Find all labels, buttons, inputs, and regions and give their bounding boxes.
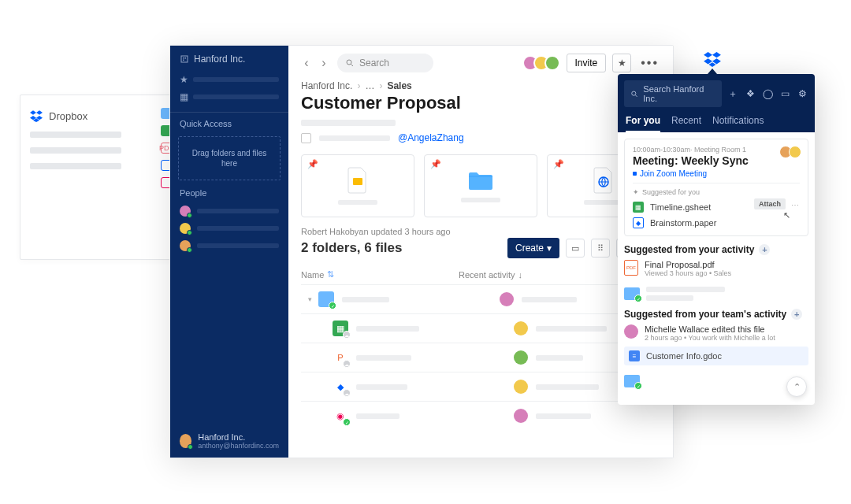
- tab-notifications[interactable]: Notifications: [712, 115, 764, 132]
- nav-back-button[interactable]: ‹: [299, 56, 314, 70]
- mention-link[interactable]: @AngelaZhang: [398, 132, 464, 143]
- svg-rect-3: [183, 60, 184, 61]
- avatar: [500, 292, 514, 306]
- globe-icon[interactable]: ◯: [761, 88, 774, 99]
- attach-button[interactable]: Attach: [754, 198, 786, 209]
- grid-icon: ▦: [180, 91, 188, 102]
- chevron-down-icon: ▾: [547, 243, 552, 254]
- tab-for-you[interactable]: For you: [626, 115, 660, 132]
- bg-sidebar-label: Dropbox: [49, 110, 87, 122]
- file-name: Final Proposal.pdf: [645, 260, 731, 269]
- folder-item[interactable]: ✓: [624, 282, 808, 306]
- settings-icon[interactable]: ⚙: [796, 88, 808, 99]
- panel-search-input[interactable]: Search Hanford Inc.: [624, 80, 722, 107]
- table-row[interactable]: P☁: [301, 343, 660, 372]
- people-item[interactable]: [170, 202, 288, 220]
- search-icon: [630, 90, 638, 98]
- sidebar-brand[interactable]: Hanford Inc.: [170, 46, 288, 71]
- avatar: [514, 350, 528, 365]
- folder-icon: ✓: [318, 291, 334, 307]
- people-item[interactable]: [170, 220, 288, 237]
- svg-rect-0: [181, 56, 188, 62]
- sidebar-grid[interactable]: ▦: [170, 88, 288, 106]
- suggested-file[interactable]: ▦ Timeline.gsheet Attach ⋯ ↖: [633, 199, 800, 215]
- activity-text: Michelle Wallace edited this file: [645, 324, 775, 334]
- sparkle-icon: ✦: [633, 188, 639, 196]
- svg-rect-1: [183, 57, 184, 59]
- scroll-up-button[interactable]: ⌃: [786, 376, 807, 397]
- search-input[interactable]: Search: [337, 54, 433, 72]
- breadcrumb-current: Sales: [387, 80, 411, 91]
- add-button[interactable]: +: [791, 309, 802, 320]
- search-icon: [345, 58, 355, 68]
- breadcrumb-root[interactable]: Hanford Inc.: [301, 80, 352, 91]
- calendar-event-card[interactable]: 10:00am-10:30am· Meeting Room 1 Meeting:…: [624, 139, 808, 236]
- sidebar-footer[interactable]: Hanford Inc. anthony@hanfordinc.com: [170, 424, 288, 458]
- more-icon[interactable]: ⋯: [791, 201, 800, 209]
- dropbox-tray-icon[interactable]: [704, 52, 721, 74]
- star-button[interactable]: ★: [612, 54, 631, 72]
- event-attendees[interactable]: [782, 146, 801, 158]
- svg-rect-6: [353, 178, 362, 185]
- suggested-label: ✦Suggested for you: [633, 188, 800, 196]
- table-row[interactable]: ◆☁: [301, 372, 660, 401]
- folder-item[interactable]: ✓: [624, 370, 808, 392]
- folder-icon: [467, 169, 494, 191]
- table-row[interactable]: ▾ ✓: [301, 284, 660, 313]
- nav-forward-button[interactable]: ›: [317, 56, 331, 70]
- breadcrumb: Hanford Inc. › … › Sales: [301, 80, 660, 91]
- svg-point-8: [632, 91, 636, 95]
- sidebar-starred[interactable]: ★: [170, 71, 288, 88]
- view-card-button[interactable]: ▭: [566, 239, 585, 258]
- table-row[interactable]: ◉✓: [301, 401, 660, 430]
- table-header: Name⇅ Recent activity↓: [301, 265, 660, 284]
- col-recent-label[interactable]: Recent activity: [459, 270, 515, 280]
- svg-point-4: [347, 60, 351, 65]
- gdoc-file-item[interactable]: ≡ Customer Info.gdoc: [624, 346, 808, 365]
- file-meta: Viewed 3 hours ago • Sales: [645, 269, 731, 277]
- paper-file-icon: ◆: [633, 217, 644, 228]
- pdf-file-icon: P☁: [333, 350, 348, 365]
- slides-file-icon: [347, 167, 369, 194]
- col-name-label[interactable]: Name: [301, 270, 324, 280]
- pin-icon: 📌: [307, 159, 318, 169]
- quick-access-dropzone[interactable]: Drag folders and files here: [178, 136, 281, 180]
- activity-meta: 2 hours ago • You work with Michelle a l…: [645, 334, 775, 342]
- updated-text: Robert Hakobyan updated 3 hours ago: [301, 227, 660, 236]
- zoom-icon: [633, 172, 637, 176]
- checkbox[interactable]: [301, 133, 311, 143]
- file-name: Customer Info.gdoc: [646, 351, 722, 361]
- quick-access-label: Quick Access: [170, 119, 288, 133]
- folder-open-icon[interactable]: ▭: [779, 88, 791, 99]
- invite-button[interactable]: Invite: [567, 54, 607, 72]
- main-content: ‹ › Search Invite ★ ••• Hanford Inc. › …: [288, 46, 673, 458]
- panel-search-placeholder: Search Hanford Inc.: [643, 84, 715, 103]
- section-team-activity: Suggested from your team's activity +: [624, 309, 808, 320]
- team-activity-item[interactable]: Michelle Wallace edited this file 2 hour…: [624, 324, 808, 342]
- people-item[interactable]: [170, 237, 288, 254]
- zoom-link[interactable]: Join Zoom Meeting: [633, 169, 800, 178]
- table-row[interactable]: ▦☁: [301, 313, 660, 343]
- pinned-card[interactable]: 📌: [424, 154, 537, 217]
- topbar: ‹ › Search Invite ★ •••: [288, 46, 673, 80]
- create-button[interactable]: Create▾: [507, 238, 559, 258]
- breadcrumb-mid[interactable]: …: [365, 80, 374, 91]
- add-button[interactable]: +: [759, 244, 770, 255]
- view-grid-small-button[interactable]: ⠿: [591, 239, 610, 258]
- layers-icon[interactable]: ❖: [744, 88, 756, 99]
- add-icon[interactable]: ＋: [727, 87, 739, 101]
- member-avatars[interactable]: [527, 55, 560, 71]
- activity-file-item[interactable]: PDF Final Proposal.pdf Viewed 3 hours ag…: [624, 260, 808, 277]
- more-menu-button[interactable]: •••: [637, 56, 662, 70]
- expand-toggle[interactable]: ▾: [301, 295, 318, 303]
- suggested-file[interactable]: ◆ Brainstorm.paper: [633, 215, 800, 231]
- tab-recent[interactable]: Recent: [671, 115, 701, 132]
- sidebar-brand-label: Hanford Inc.: [194, 54, 245, 65]
- section-your-activity: Suggested from your activity +: [624, 244, 808, 255]
- people-label: People: [170, 188, 288, 202]
- placeholder-bar: [30, 163, 121, 169]
- footer-name: Hanford Inc.: [198, 432, 279, 442]
- pdf-file-icon: PDF: [624, 260, 638, 276]
- avatar: [514, 321, 528, 335]
- pinned-card[interactable]: 📌: [301, 154, 414, 217]
